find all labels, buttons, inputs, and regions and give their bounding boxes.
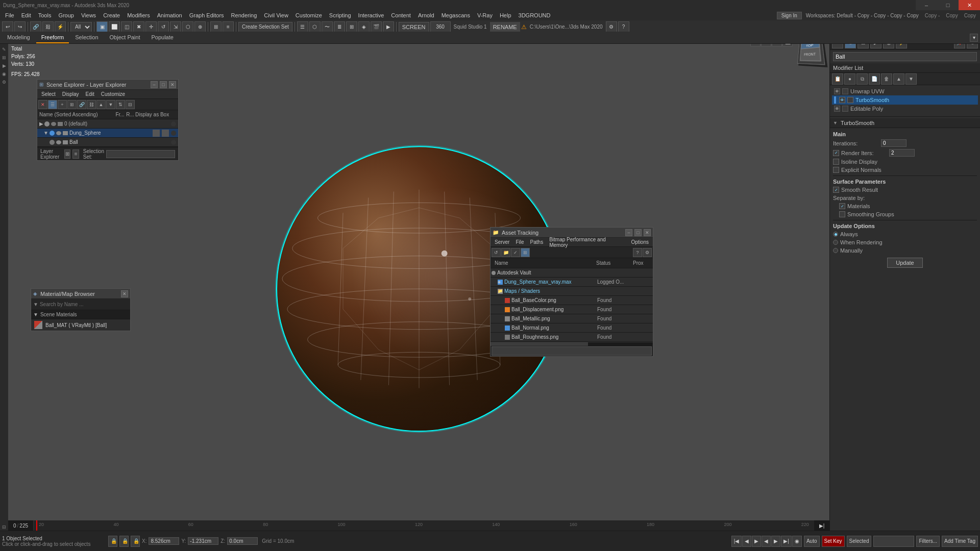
pivot-btn[interactable]: ⊕ [194,21,206,33]
tab-more-btn[interactable]: ▾ [970,34,978,42]
at-tb-help[interactable]: ? [633,248,642,257]
unlink-btn[interactable]: ⛓ [42,21,54,33]
mb-section-header[interactable]: ▼ Scene Materials [31,310,130,319]
menu-views[interactable]: Views [78,11,99,19]
play-start-btn[interactable]: |◀ [731,536,742,547]
play-end-btn[interactable]: ▶| [781,536,792,547]
menu-civil[interactable]: Civil View [261,11,291,19]
at-minimize-btn[interactable]: – [625,229,632,236]
scene-btn[interactable]: ⬡ [309,21,321,33]
explicit-normals-check[interactable] [833,167,839,173]
sb-bottom1[interactable]: ⊟ [1,523,8,531]
prev-frame-btn[interactable]: ◀ [742,536,751,547]
mod-copy-icon[interactable]: ⧉ [856,73,868,85]
isoline-check[interactable] [833,159,839,165]
align-btn[interactable]: ≡ [223,21,234,33]
se-tb-new[interactable]: + [58,100,67,109]
mod-stack-icon[interactable]: 📋 [832,73,843,85]
iterations-input[interactable] [881,139,906,147]
at-row-metallic[interactable]: Ball_Metallic.png Found [491,314,653,323]
editpoly-render[interactable] [842,106,848,112]
always-radio[interactable] [833,232,838,237]
create-selection-btn[interactable]: Create Selection Set [238,22,292,32]
help-btn2[interactable]: ? [618,21,629,33]
unwrap-render[interactable] [842,88,848,94]
sb-utilities[interactable]: ⚙ [1,79,8,86]
se-row2-eye[interactable] [56,140,61,144]
editpoly-eye[interactable]: 👁 [834,106,840,112]
se-row-dungsphere[interactable]: ▼ Dung_Sphere [37,129,178,138]
set-key-btn[interactable]: Set Key [822,536,845,547]
at-close-btn[interactable]: ✕ [644,229,651,236]
turbsmooth-section-header[interactable]: ▼ TurboSmooth [830,118,980,128]
materials-check[interactable]: ✓ [839,203,845,209]
mod-delete-icon[interactable]: 🗑 [881,73,892,85]
filters-btn[interactable]: Filters... [916,536,940,547]
se-menu-customize[interactable]: Customize [98,90,128,98]
modifier-list-header[interactable]: Modifier List [830,63,980,73]
render-setup-btn[interactable]: 🎬 [371,21,382,33]
mod-movedown-icon[interactable]: ▼ [905,73,917,85]
y-input[interactable] [188,537,218,545]
mb-search-input[interactable] [40,302,128,307]
sb-hierarchy[interactable]: ⊞ [1,54,8,61]
menu-interactive[interactable]: Interactive [355,11,387,19]
scale-btn[interactable]: ⇲ [170,21,181,33]
mod-paste-icon[interactable]: 📄 [869,73,880,85]
close-btn[interactable]: ✕ [959,0,980,10]
minimize-btn[interactable]: – [916,0,937,10]
se-footer-btn1[interactable]: ⊞ [64,149,71,159]
menu-group[interactable]: Group [55,11,77,19]
sb-edit[interactable]: ✎ [1,46,8,53]
menu-animation[interactable]: Animation [154,11,185,19]
lock-x-btn[interactable]: 🔒 [108,536,117,547]
modifier-unwrapuvw[interactable]: 👁 Unwrap UVW [832,87,978,95]
at-tb-folder[interactable]: 📁 [501,248,510,257]
render-iters-check[interactable]: ✓ [833,150,839,156]
select-window-btn[interactable]: ◫ [121,21,132,33]
menu-content[interactable]: Content [388,11,414,19]
se-tb-link[interactable]: 🔗 [77,100,86,109]
at-menu-paths[interactable]: Paths [527,238,547,246]
menu-arnold[interactable]: Arnold [415,11,437,19]
mod-moveup-icon[interactable]: ▲ [893,73,904,85]
timeline-end-btn[interactable]: ▶| [814,520,829,531]
at-maximize-btn[interactable]: □ [634,229,642,236]
se-menu-edit[interactable]: Edit [83,90,97,98]
turbosmooth-render[interactable] [847,97,853,103]
filter-dropdown[interactable]: All [70,22,92,32]
at-row-maps[interactable]: 📁 Maps / Shaders [491,287,653,296]
se-row1-eye[interactable] [56,131,61,135]
bind-space-btn[interactable]: ⚡ [55,21,66,33]
select-crossing-btn[interactable]: ✖ [133,21,144,33]
sb-motion[interactable]: ▶ [1,62,8,69]
mod-active-icon[interactable]: ● [844,73,855,85]
se-tb-up[interactable]: ▲ [96,100,106,109]
tab-selection[interactable]: Selection [70,32,103,43]
mirror-btn[interactable]: ⊞ [210,21,222,33]
at-menu-options[interactable]: Options [628,238,652,246]
se-tb-filter[interactable]: ⊟ [126,100,135,109]
layer-btn[interactable]: ☰ [297,21,308,33]
angle-input[interactable]: 360 [430,21,451,33]
menu-modifiers[interactable]: Modifiers [124,11,153,19]
auto-btn[interactable]: Auto [804,536,820,547]
smooth-result-check[interactable]: ✓ [833,187,839,193]
at-row-basecolor[interactable]: Ball_BaseColor.png Found [491,296,653,305]
select-btn[interactable]: ▣ [96,21,108,33]
se-tb-group[interactable]: ⊞ [67,100,77,109]
tab-freeform[interactable]: Freeform [36,32,69,43]
maximize-btn[interactable]: □ [937,0,959,10]
menu-file[interactable]: File [2,11,17,19]
se-tb-down[interactable]: ▼ [106,100,115,109]
menu-tools[interactable]: Tools [35,11,55,19]
redo-btn[interactable]: ↪ [14,21,26,33]
tab-object-paint[interactable]: Object Paint [105,32,145,43]
modifier-turbosmooth[interactable]: 👁 TurboSmooth [832,95,978,105]
mb-close-btn[interactable]: ✕ [121,290,128,297]
se-tb-layer[interactable]: ☰ [48,100,57,109]
object-name-input[interactable]: Ball [833,52,977,61]
se-row2-cam[interactable] [63,140,68,144]
menu-help[interactable]: Help [497,11,514,19]
at-menu-file[interactable]: File [512,238,527,246]
